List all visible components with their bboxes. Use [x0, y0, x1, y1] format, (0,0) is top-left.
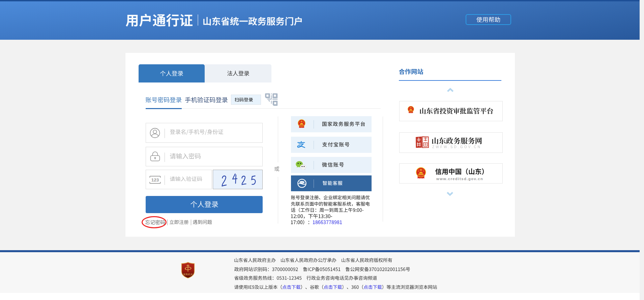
svg-text:123: 123 [151, 177, 159, 182]
